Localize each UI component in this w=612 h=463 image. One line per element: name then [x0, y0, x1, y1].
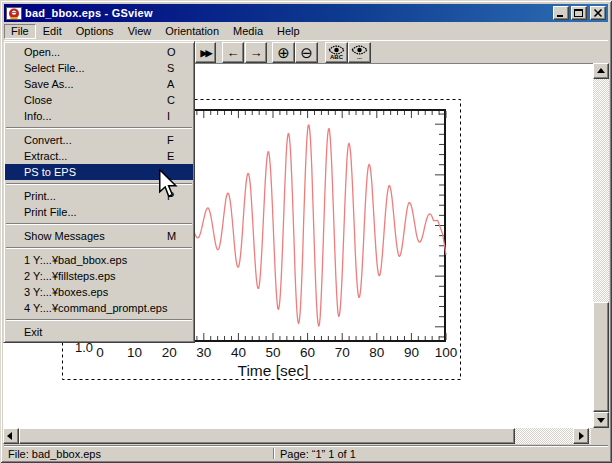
zoom-in-button[interactable]: ⊕ [272, 42, 295, 63]
show-text-dots-label: ... [357, 55, 362, 60]
x-axis-label: Time [sec] [238, 362, 309, 379]
menu-item-accelerator: M [167, 228, 176, 244]
menu-item-open[interactable]: Open...O [5, 44, 193, 60]
menu-item-label: Show Messages [24, 230, 105, 242]
menubar-item-edit[interactable]: Edit [36, 24, 69, 39]
menubar-item-orientation[interactable]: Orientation [158, 24, 226, 39]
menu-item-label: Print... [24, 190, 56, 202]
menu-item-accelerator: C [167, 92, 175, 108]
menu-item-accelerator: A [167, 76, 174, 92]
window-title: bad_bbox.eps - GSview [25, 7, 551, 19]
menu-item-info[interactable]: Info...I [5, 108, 193, 124]
menu-item-label: Close [24, 94, 52, 106]
x-tick-label: 90 [404, 345, 419, 360]
menu-item-4-y-command-prompt-eps[interactable]: 4 Y:...¥command_prompt.eps [5, 300, 193, 316]
menu-item-label: 3 Y:...¥boxes.eps [24, 286, 108, 298]
minimize-button[interactable] [553, 6, 569, 20]
menu-item-extract[interactable]: Extract...E [5, 148, 193, 164]
next-page-button[interactable]: → [245, 42, 267, 63]
menu-item-label: PS to EPS [24, 166, 76, 178]
menu-item-print-file[interactable]: Print File... [5, 204, 193, 220]
zoom-out-button[interactable]: ⊖ [295, 42, 318, 63]
menu-item-select-file[interactable]: Select File...S [5, 60, 193, 76]
next-pages-button[interactable]: ▶▶ [195, 42, 216, 63]
x-tick-label: 60 [300, 345, 315, 360]
gsview-window: bad_bbox.eps - GSview FileEditOptionsVie… [0, 0, 612, 463]
gsview-app-icon [6, 6, 22, 21]
status-divider [273, 448, 275, 459]
horizontal-scrollbar [3, 428, 591, 444]
hscroll-right-button[interactable] [573, 428, 589, 444]
menu-item-print[interactable]: Print...P [5, 188, 193, 204]
menubar: FileEditOptionsViewOrientationMediaHelp [4, 23, 608, 40]
x-tick-label: 100 [435, 345, 458, 360]
menubar-item-file[interactable]: File [4, 24, 36, 39]
zoom-in-icon: ⊕ [277, 45, 290, 60]
menu-item-exit[interactable]: Exit [5, 324, 193, 340]
menu-separator [6, 127, 192, 129]
menu-item-accelerator: S [167, 60, 174, 76]
menu-item-label: Info... [24, 110, 52, 122]
titlebar: bad_bbox.eps - GSview [4, 4, 608, 22]
menubar-item-view[interactable]: View [121, 24, 159, 39]
prev-page-icon: ← [227, 44, 240, 62]
maximize-icon [573, 8, 585, 18]
signal-curve [176, 125, 446, 326]
show-text-abc-label: ABC [330, 55, 343, 60]
next-pages-icon: ▶▶ [201, 44, 211, 62]
vscroll-thumb[interactable] [593, 302, 609, 412]
vscroll-up-button[interactable] [593, 63, 609, 79]
menu-item-save-as[interactable]: Save As...A [5, 76, 193, 92]
statusbar: File: bad_bbox.eps Page: “1” 1 of 1 [4, 445, 608, 460]
menu-item-accelerator: E [167, 148, 174, 164]
menu-item-label: Extract... [24, 150, 67, 162]
minimize-icon [555, 8, 567, 18]
menu-item-label: Select File... [24, 62, 85, 74]
hscroll-thumb[interactable] [19, 428, 515, 444]
close-button[interactable] [590, 6, 606, 20]
left-arrow-icon [7, 432, 12, 440]
menu-item-label: Save As... [24, 78, 74, 90]
menubar-item-options[interactable]: Options [69, 24, 121, 39]
up-arrow-icon [597, 68, 605, 73]
menu-item-2-y-fillsteps-eps[interactable]: 2 Y:...¥fillsteps.eps [5, 268, 193, 284]
maximize-button[interactable] [571, 6, 587, 20]
show-text-dots-button[interactable]: ... [348, 42, 371, 63]
menu-item-accelerator: F [167, 132, 174, 148]
zoom-out-icon: ⊖ [300, 45, 313, 60]
menu-item-label: Convert... [24, 134, 72, 146]
menubar-item-help[interactable]: Help [270, 24, 307, 39]
menu-item-ps-to-eps[interactable]: PS to EPS [5, 164, 193, 180]
menu-item-3-y-boxes-eps[interactable]: 3 Y:...¥boxes.eps [5, 284, 193, 300]
x-tick-label: 30 [196, 345, 211, 360]
right-arrow-icon [579, 432, 584, 440]
menu-item-1-y-bad-bbox-eps[interactable]: 1 Y:...¥bad_bbox.eps [5, 252, 193, 268]
menu-separator [6, 183, 192, 185]
down-arrow-icon [597, 418, 605, 423]
x-tick-label: 10 [127, 345, 142, 360]
show-text-abc-button[interactable]: ABC [325, 42, 348, 63]
status-file-label: File: bad_bbox.eps [8, 448, 101, 460]
menu-item-label: 2 Y:...¥fillsteps.eps [24, 270, 116, 282]
menu-item-label: Exit [24, 326, 42, 338]
menu-item-label: Open... [24, 46, 60, 58]
hscroll-left-button[interactable] [3, 428, 19, 444]
menu-item-label: 4 Y:...¥command_prompt.eps [24, 302, 168, 314]
menu-item-convert[interactable]: Convert...F [5, 132, 193, 148]
x-tick-label: 50 [265, 345, 280, 360]
menu-separator [6, 223, 192, 225]
menu-item-show-messages[interactable]: Show MessagesM [5, 228, 193, 244]
menu-item-accelerator: I [167, 108, 170, 124]
menubar-item-media[interactable]: Media [226, 24, 270, 39]
vscroll-down-button[interactable] [593, 412, 609, 428]
next-page-icon: → [250, 44, 263, 62]
menu-item-close[interactable]: CloseC [5, 92, 193, 108]
x-tick-label: 40 [231, 345, 246, 360]
close-icon [592, 8, 604, 18]
x-tick-label: 0 [96, 345, 104, 360]
prev-page-button[interactable]: ← [222, 42, 244, 63]
window-controls [551, 6, 606, 20]
menu-item-accelerator: O [167, 44, 176, 60]
menu-item-accelerator: P [167, 188, 174, 204]
menu-separator [6, 247, 192, 249]
